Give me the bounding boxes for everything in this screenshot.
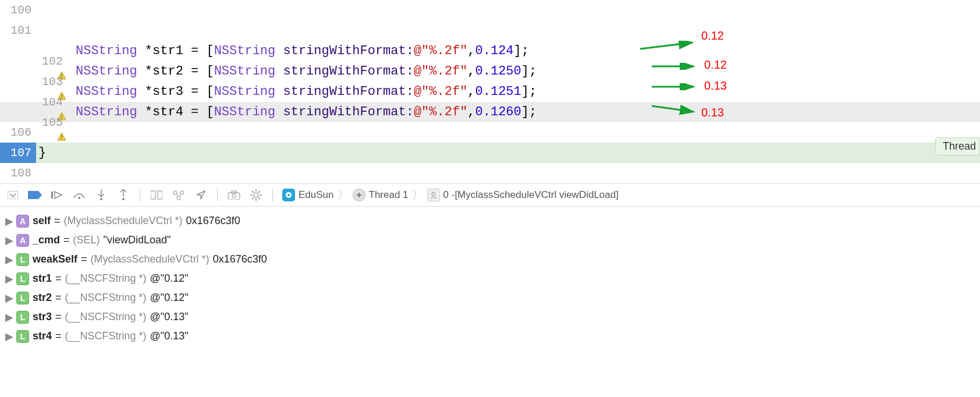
step-over-icon[interactable] (72, 188, 86, 202)
disclosure-right-icon[interactable]: ▶ (6, 256, 13, 263)
variable-value: @"0.13" (150, 311, 189, 323)
continue-icon[interactable] (50, 188, 64, 202)
variables-panel[interactable]: ▶ A self = (MyclassScheduleVCtrl *) 0x16… (0, 207, 980, 350)
var-scope-icon: L (16, 272, 29, 285)
breadcrumb-app[interactable]: EduSun (299, 189, 334, 201)
svg-marker-32 (197, 191, 205, 199)
code-editor[interactable]: 100 101 102 NSString *str1 = [NSString s… (0, 0, 980, 183)
var-scope-icon: L (16, 292, 29, 304)
breadcrumb-frame[interactable]: 0 -[MyclassScheduleVCtrl viewDidLoad] (443, 189, 619, 201)
step-into-icon[interactable] (94, 188, 108, 202)
svg-marker-19 (55, 192, 62, 198)
code-line[interactable]: 106 (0, 122, 980, 143)
variable-value: @"0.12" (150, 292, 189, 304)
location-icon[interactable] (194, 188, 208, 202)
svg-rect-18 (51, 192, 53, 198)
thread-icon (353, 189, 365, 201)
disclosure-right-icon[interactable]: ▶ (6, 314, 13, 321)
var-scope-icon: L (16, 311, 29, 324)
code-line[interactable]: 103 NSString *str2 = [NSString stringWit… (0, 61, 980, 81)
svg-line-41 (252, 191, 254, 193)
arrow-icon (640, 41, 698, 52)
variable-name: str1 (33, 272, 52, 285)
line-number: 108 (0, 163, 36, 183)
variable-name: _cmd (33, 234, 60, 246)
gear-icon[interactable] (249, 188, 263, 202)
arrow-icon (652, 83, 698, 90)
svg-point-22 (100, 198, 102, 200)
result-annotation: 0.13 (701, 106, 724, 119)
var-token: str1 (152, 44, 183, 58)
svg-line-15 (652, 106, 694, 112)
svg-line-31 (179, 194, 181, 197)
code-line-breakpoint[interactable]: 107 } (0, 143, 980, 163)
camera-icon[interactable] (227, 188, 241, 202)
variable-type: (MyclassScheduleVCtrl *) (91, 253, 210, 265)
var-scope-icon: L (16, 330, 29, 343)
code-line[interactable]: 102 NSString *str1 = [NSString stringWit… (0, 41, 980, 61)
separator (140, 189, 140, 201)
code-line[interactable]: 104 NSString *str3 = [NSString stringWit… (0, 81, 980, 102)
svg-point-24 (122, 198, 125, 200)
svg-rect-33 (228, 193, 240, 200)
disclosure-right-icon[interactable]: ▶ (6, 237, 13, 244)
variable-name: str2 (33, 292, 52, 304)
variable-value: 0x1676c3f0 (213, 253, 267, 265)
arrow-icon (652, 63, 698, 70)
var-scope-icon: A (16, 234, 29, 247)
code-line-current[interactable]: 105 NSString *str4 = [NSString stringWit… (0, 102, 980, 122)
variable-row[interactable]: ▶ L weakSelf = (MyclassScheduleVCtrl *) … (6, 250, 974, 269)
svg-point-49 (432, 192, 435, 196)
variable-row[interactable]: ▶ L str1 = (__NSCFString *) @"0.12" (6, 269, 974, 288)
disclosure-right-icon[interactable]: ▶ (6, 333, 13, 340)
result-annotation: 0.12 (701, 29, 724, 42)
svg-rect-26 (158, 191, 162, 199)
view-debug-icon[interactable] (150, 188, 164, 202)
variable-row[interactable]: ▶ L str4 = (__NSCFString *) @"0.13" (6, 327, 974, 346)
variable-value: "viewDidLoad" (104, 234, 171, 246)
svg-rect-11 (61, 139, 62, 140)
code-line[interactable]: 100 (0, 0, 980, 20)
breadcrumb[interactable]: EduSun 〉 Thread 1 〉 0 -[MyclassScheduleV… (282, 187, 619, 203)
warning-icon[interactable] (1, 108, 10, 117)
separator (272, 189, 273, 201)
line-number: 106 (0, 122, 36, 143)
svg-line-30 (176, 194, 178, 197)
variable-type: (MyclassScheduleVCtrl *) (64, 215, 183, 227)
debug-toolbar: EduSun 〉 Thread 1 〉 0 -[MyclassScheduleV… (0, 183, 980, 207)
variable-type: (__NSCFString *) (65, 330, 147, 342)
variable-name: self (33, 215, 51, 227)
breadcrumb-thread[interactable]: Thread 1 (369, 189, 409, 201)
token-type: NSString (76, 44, 137, 58)
svg-point-36 (254, 193, 258, 197)
code-line[interactable]: 101 (0, 20, 980, 41)
code-line[interactable]: 108 (0, 163, 980, 183)
disclosure-right-icon[interactable]: ▶ (6, 295, 13, 302)
thread-indicator[interactable]: Thread (935, 137, 980, 155)
memory-graph-icon[interactable] (172, 188, 186, 202)
disclosure-right-icon[interactable]: ▶ (6, 275, 13, 282)
svg-rect-10 (61, 135, 62, 138)
variable-row[interactable]: ▶ L str2 = (__NSCFString *) @"0.12" (6, 288, 974, 307)
variable-value: @"0.12" (150, 272, 189, 285)
arrow-icon (652, 104, 698, 115)
disclosure-right-icon[interactable]: ▶ (6, 218, 13, 225)
svg-line-43 (252, 197, 254, 199)
variable-value: 0x1676c3f0 (186, 215, 240, 227)
result-annotation: 0.12 (704, 58, 727, 72)
variable-row[interactable]: ▶ A self = (MyclassScheduleVCtrl *) 0x16… (6, 211, 974, 231)
svg-line-44 (258, 191, 260, 193)
svg-line-42 (258, 197, 260, 199)
svg-point-35 (232, 194, 236, 198)
app-icon (282, 189, 295, 201)
variable-type: (__NSCFString *) (65, 311, 147, 323)
dropdown-toggle-icon[interactable] (6, 188, 20, 202)
svg-point-46 (287, 194, 290, 196)
separator (217, 189, 218, 201)
variable-type: (__NSCFString *) (65, 272, 147, 285)
variable-row[interactable]: ▶ L str3 = (__NSCFString *) @"0.13" (6, 307, 974, 327)
step-out-icon[interactable] (116, 188, 130, 202)
variable-row[interactable]: ▶ A _cmd = (SEL) "viewDidLoad" (6, 231, 974, 250)
variable-type: (__NSCFString *) (65, 292, 147, 304)
breakpoint-toggle-icon[interactable] (28, 188, 42, 202)
